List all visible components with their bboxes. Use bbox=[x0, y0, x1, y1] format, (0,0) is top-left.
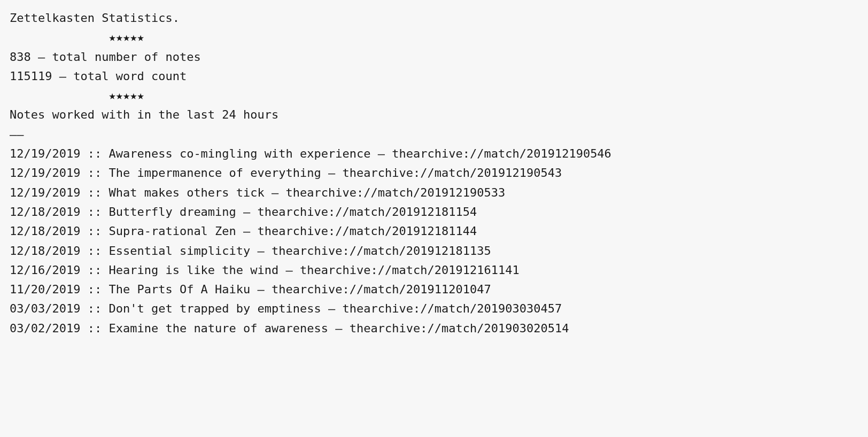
entry-date: 12/16/2019 bbox=[10, 263, 80, 277]
report-title: Zettelkasten Statistics. bbox=[10, 9, 858, 28]
recent-entry: 03/02/2019 :: Examine the nature of awar… bbox=[10, 319, 858, 338]
recent-entry: 11/20/2019 :: The Parts Of A Haiku — the… bbox=[10, 280, 858, 299]
stats-report: Zettelkasten Statistics. ★★★★★ 838 — tot… bbox=[10, 9, 858, 338]
entry-title: The impermanence of everything bbox=[108, 166, 321, 180]
entry-url[interactable]: thearchive://match/201912181144 bbox=[258, 224, 477, 238]
entry-date: 12/19/2019 bbox=[10, 166, 80, 180]
recent-rule: —— bbox=[10, 125, 858, 144]
entry-separator: :: bbox=[80, 263, 108, 277]
stat-note-count: 838 — total number of notes bbox=[10, 48, 858, 67]
entry-separator: :: bbox=[80, 302, 108, 315]
divider-top: ★★★★★ bbox=[10, 28, 858, 47]
recent-entry: 12/18/2019 :: Supra-rational Zen — thear… bbox=[10, 222, 858, 241]
entry-dash: — bbox=[321, 302, 343, 315]
recent-entry: 12/19/2019 :: Awareness co-mingling with… bbox=[10, 144, 858, 163]
entry-dash: — bbox=[250, 244, 272, 257]
entry-title: Hearing is like the wind bbox=[108, 263, 278, 277]
word-count-value: 115119 bbox=[10, 69, 52, 83]
recent-entry: 12/18/2019 :: Butterfly dreaming — thear… bbox=[10, 202, 858, 222]
entry-separator: :: bbox=[80, 147, 108, 160]
entry-title: Butterfly dreaming bbox=[108, 205, 236, 219]
entry-date: 12/18/2019 bbox=[10, 205, 80, 219]
entry-separator: :: bbox=[80, 186, 108, 199]
recent-entry: 03/03/2019 :: Don't get trapped by empti… bbox=[10, 299, 858, 318]
entry-title: Awareness co-mingling with experience bbox=[108, 147, 370, 160]
stat-word-count: 115119 — total word count bbox=[10, 67, 858, 86]
entry-dash: — bbox=[236, 224, 258, 238]
entry-url[interactable]: thearchive://match/201912190546 bbox=[392, 147, 611, 160]
entry-url[interactable]: thearchive://match/201912181135 bbox=[272, 244, 491, 257]
entry-dash: — bbox=[250, 283, 272, 296]
entry-title: The Parts Of A Haiku bbox=[108, 283, 250, 296]
recent-entry: 12/19/2019 :: What makes others tick — t… bbox=[10, 183, 858, 202]
entry-dash: — bbox=[321, 166, 343, 180]
entry-dash: — bbox=[328, 322, 350, 335]
entry-title: What makes others tick bbox=[108, 186, 264, 199]
note-count-value: 838 bbox=[10, 50, 31, 64]
word-count-label: — total word count bbox=[52, 69, 187, 83]
note-count-label: — total number of notes bbox=[31, 50, 201, 64]
entry-date: 03/03/2019 bbox=[10, 302, 80, 315]
entry-url[interactable]: thearchive://match/201912181154 bbox=[258, 205, 477, 219]
entry-separator: :: bbox=[80, 166, 108, 180]
entry-separator: :: bbox=[80, 205, 108, 219]
entry-date: 12/18/2019 bbox=[10, 224, 80, 238]
recent-entry: 12/19/2019 :: The impermanence of everyt… bbox=[10, 163, 858, 183]
entry-title: Supra-rational Zen bbox=[108, 224, 236, 238]
entry-separator: :: bbox=[80, 322, 108, 335]
entry-date: 12/19/2019 bbox=[10, 186, 80, 199]
entry-url[interactable]: thearchive://match/201912161141 bbox=[300, 263, 520, 277]
entry-date: 03/02/2019 bbox=[10, 322, 80, 335]
entry-url[interactable]: thearchive://match/201912190533 bbox=[286, 186, 506, 199]
recent-entry: 12/16/2019 :: Hearing is like the wind —… bbox=[10, 261, 858, 280]
recent-entry: 12/18/2019 :: Essential simplicity — the… bbox=[10, 241, 858, 261]
entry-dash: — bbox=[371, 147, 392, 160]
entry-dash: — bbox=[236, 205, 258, 219]
divider-bottom: ★★★★★ bbox=[10, 86, 858, 105]
entry-title: Don't get trapped by emptiness bbox=[108, 302, 321, 315]
entry-dash: — bbox=[265, 186, 286, 199]
entry-date: 12/18/2019 bbox=[10, 244, 80, 257]
entry-url[interactable]: thearchive://match/201912190543 bbox=[343, 166, 562, 180]
entry-dash: — bbox=[278, 263, 300, 277]
entry-title: Examine the nature of awareness bbox=[108, 322, 328, 335]
entry-separator: :: bbox=[80, 224, 108, 238]
recent-heading: Notes worked with in the last 24 hours bbox=[10, 105, 858, 124]
entry-separator: :: bbox=[80, 283, 108, 296]
entry-separator: :: bbox=[80, 244, 108, 257]
entry-url[interactable]: thearchive://match/201903020514 bbox=[350, 322, 569, 335]
entry-url[interactable]: thearchive://match/201911201047 bbox=[272, 283, 491, 296]
entry-title: Essential simplicity bbox=[108, 244, 250, 257]
recent-entries-list: 12/19/2019 :: Awareness co-mingling with… bbox=[10, 144, 858, 338]
entry-url[interactable]: thearchive://match/201903030457 bbox=[343, 302, 562, 315]
entry-date: 12/19/2019 bbox=[10, 147, 80, 160]
entry-date: 11/20/2019 bbox=[10, 283, 80, 296]
